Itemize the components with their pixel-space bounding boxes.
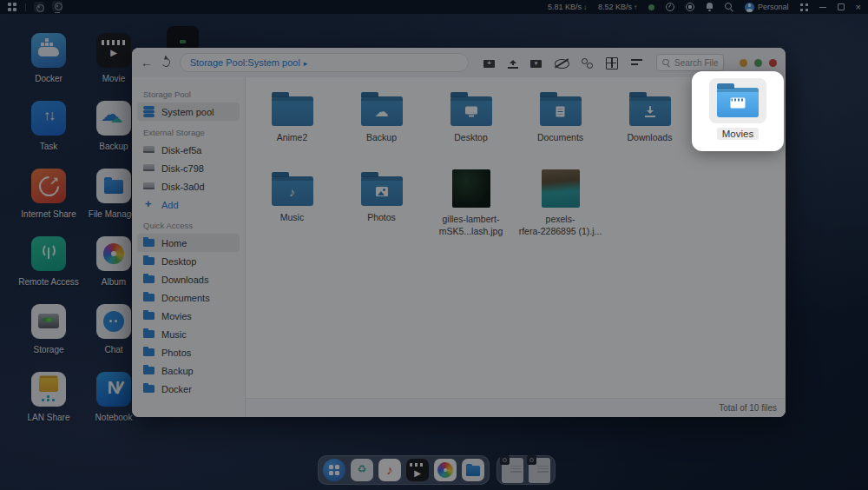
dock-icon-movies[interactable] (406, 459, 429, 481)
app-icon (31, 33, 66, 68)
toolbar-icon-share-users[interactable] (580, 56, 594, 70)
dock-icon-files[interactable] (462, 459, 484, 481)
sidebar-item-icon (143, 292, 155, 303)
partially-hidden-desktop-icon[interactable] (167, 26, 199, 50)
minimized-window-thumbnail-1[interactable] (502, 458, 523, 483)
taskbar-app-1[interactable] (34, 2, 44, 12)
refresh-button[interactable] (161, 57, 171, 68)
maximize-light-button[interactable] (754, 59, 762, 67)
app-label: Storage (33, 345, 63, 354)
sidebar-item-home[interactable]: Home (137, 234, 240, 252)
sidebar-item-label: Downloads (161, 275, 208, 285)
search-files-box[interactable] (656, 54, 724, 71)
file-item-pexels-image[interactable]: pexels-rfera-2286895 (1).j... (516, 168, 605, 248)
desktop-icon-lan-share[interactable]: LAN Share (16, 372, 82, 440)
file-item-photos[interactable]: Photos (337, 168, 426, 248)
minimized-window-thumbnail-2[interactable] (529, 458, 550, 483)
search-icon[interactable] (725, 3, 733, 11)
sidebar-item-system-pool[interactable]: System pool (137, 103, 240, 121)
upload-speed: 8.52 KB/s (598, 3, 637, 11)
app-icon (31, 101, 66, 136)
file-item-downloads[interactable]: Downloads (605, 88, 694, 168)
desktop-icon-docker[interactable]: Docker (16, 33, 82, 101)
taskbar-app-2[interactable] (52, 1, 62, 14)
sidebar-item-music[interactable]: Music (137, 325, 240, 343)
sidebar-item-disk-c798[interactable]: Disk-c798 (137, 159, 240, 177)
app-icon (31, 304, 66, 339)
app-label: Movie (102, 74, 126, 83)
sidebar-item-disk-3a0d[interactable]: Disk-3a0d (137, 177, 240, 195)
app-label: Internet Share (21, 209, 76, 219)
movies-folder-icon[interactable] (717, 88, 759, 117)
file-name: Music (280, 212, 304, 224)
dock-icon-trash[interactable] (351, 459, 373, 481)
notifications-icon[interactable] (706, 3, 713, 11)
file-item-gilles-image[interactable]: gilles-lambert-mSK5...lash.jpg (426, 168, 516, 248)
app-icon (31, 169, 66, 203)
desktop-icon-storage[interactable]: Storage (16, 304, 82, 372)
sidebar-item-icon (143, 255, 155, 267)
sidebar-item-photos[interactable]: Photos (137, 343, 240, 361)
down-arrow-icon (583, 3, 587, 11)
sidebar-item-label: Disk-ef5a (161, 145, 201, 156)
wheel-app-icon (52, 1, 62, 11)
app-icon (96, 372, 131, 407)
fullscreen-button[interactable] (800, 3, 808, 11)
clock-icon[interactable] (666, 3, 674, 11)
toolbar-icon-view-grid[interactable] (605, 56, 619, 70)
breadcrumb[interactable]: Storage Pool:System pool (180, 53, 469, 72)
account-menu[interactable]: Personal (745, 3, 789, 12)
file-item-backup[interactable]: Backup (337, 88, 426, 168)
desktop-icon-task[interactable]: Task (16, 101, 82, 169)
sidebar-item-icon (143, 106, 155, 117)
file-item-documents[interactable]: Documents (516, 88, 605, 168)
app-icon (96, 304, 131, 339)
app-label: Task (40, 142, 58, 151)
app-launcher-icon[interactable] (7, 2, 17, 12)
file-item-anime2[interactable]: Anime2 (247, 88, 337, 168)
sidebar-item-downloads[interactable]: Downloads (137, 270, 240, 288)
wheel-badge-icon (529, 458, 534, 462)
search-input[interactable] (674, 58, 718, 68)
sidebar-item-icon (143, 144, 155, 156)
window-lights (740, 59, 777, 67)
close-light-button[interactable] (769, 59, 777, 67)
spotlight-movies-card[interactable]: Movies (692, 71, 784, 151)
sidebar-item-desktop[interactable]: Desktop (137, 252, 240, 270)
section-title-external-storage: External Storage (143, 128, 245, 137)
app-icon (31, 236, 66, 271)
image-thumbnail (542, 169, 580, 208)
desktop-icon-internet-share[interactable]: Internet Share (16, 169, 82, 236)
dock-icon-photos[interactable] (434, 459, 457, 481)
toolbar-icon-sort[interactable] (630, 56, 644, 70)
toolbar-icon-add-to-folder[interactable] (529, 56, 543, 70)
sidebar-item-backup[interactable]: Backup (137, 361, 240, 380)
toolbar-icon-new-folder[interactable] (483, 56, 496, 70)
sidebar-item-documents[interactable]: Documents (137, 288, 240, 307)
sidebar-item-label: Music (161, 329, 187, 340)
file-item-music[interactable]: Music (247, 168, 337, 248)
folder-icon (361, 176, 403, 206)
sidebar-item-docker[interactable]: Docker (137, 380, 240, 398)
back-button[interactable] (141, 56, 153, 69)
sidebar-item-add[interactable]: Add (137, 195, 240, 214)
minimize-light-button[interactable] (740, 59, 747, 67)
toolbar-icon-hidden-files[interactable] (555, 56, 569, 70)
desktop-icon-remote-access[interactable]: Remote Access (16, 236, 82, 304)
sidebar-item-disk-ef5a[interactable]: Disk-ef5a (137, 141, 240, 159)
sidebar-item-movies[interactable]: Movies (137, 307, 240, 325)
capture-icon[interactable] (686, 3, 694, 11)
dock-icon-launcher[interactable] (323, 459, 345, 481)
status-dot-icon[interactable] (648, 4, 654, 10)
file-item-desktop[interactable]: Desktop (426, 88, 516, 168)
file-name: Photos (367, 212, 396, 224)
close-button[interactable]: × (856, 3, 861, 12)
toolbar-icon-upload[interactable] (508, 56, 518, 69)
dock-icon-music[interactable] (378, 459, 401, 481)
minimize-button[interactable] (819, 3, 826, 10)
sidebar-item-icon (143, 237, 155, 248)
folder-glyph-icon (465, 106, 477, 116)
sidebar-item-label: Backup (161, 366, 194, 376)
maximize-button[interactable] (838, 3, 845, 10)
sidebar-item-label: Docker (161, 384, 192, 394)
